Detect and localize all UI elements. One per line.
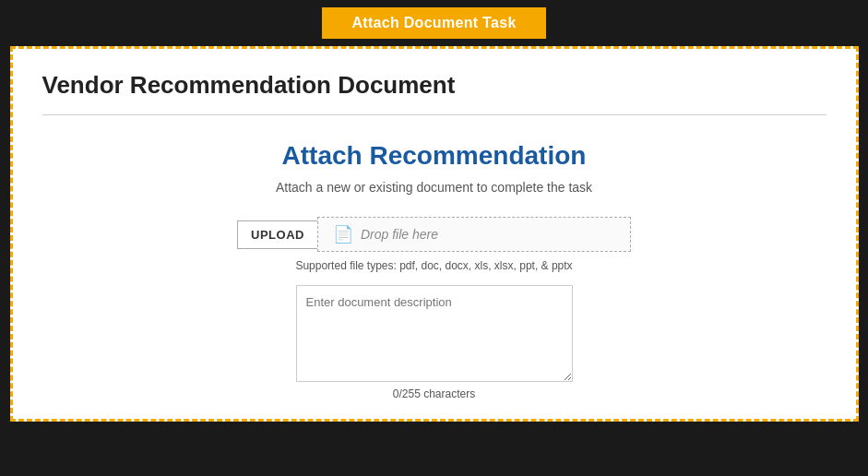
main-card: Vendor Recommendation Document Attach Re… bbox=[10, 46, 859, 422]
card-divider bbox=[42, 114, 826, 115]
upload-row: UPLOAD 📄 Drop file here bbox=[42, 217, 826, 252]
header-title-button[interactable]: Attach Document Task bbox=[322, 7, 545, 39]
file-icon: 📄 bbox=[333, 224, 353, 244]
card-title: Vendor Recommendation Document bbox=[42, 71, 826, 100]
char-count: 0/255 characters bbox=[42, 387, 826, 400]
description-textarea[interactable] bbox=[296, 285, 573, 382]
drop-text: Drop file here bbox=[361, 227, 438, 242]
attach-subtext: Attach a new or existing document to com… bbox=[42, 180, 826, 195]
attach-heading: Attach Recommendation bbox=[42, 141, 826, 171]
drop-zone[interactable]: 📄 Drop file here bbox=[317, 217, 631, 252]
supported-types-text: Supported file types: pdf, doc, docx, xl… bbox=[42, 259, 826, 272]
upload-button[interactable]: UPLOAD bbox=[237, 220, 318, 249]
header-bar: Attach Document Task bbox=[0, 0, 868, 46]
